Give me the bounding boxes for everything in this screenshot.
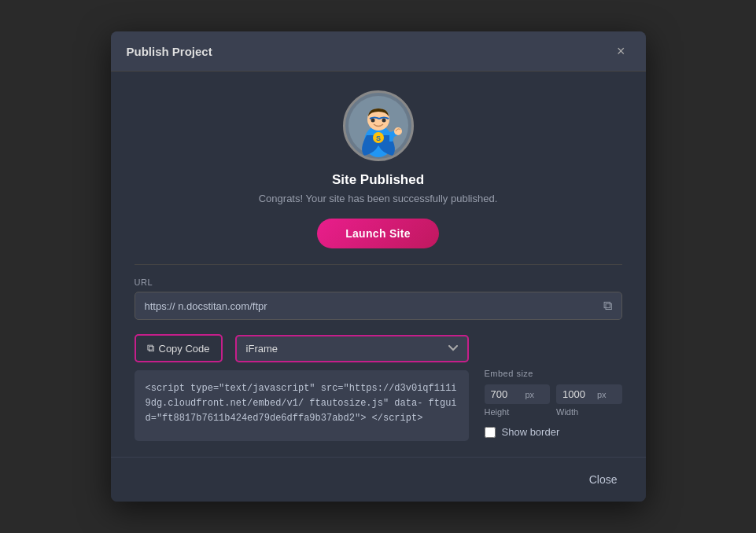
svg-text:S: S — [375, 134, 380, 142]
copy-code-label: Copy Code — [159, 343, 210, 355]
embed-section: ⧉ Copy Code iFrame Script Link <script t… — [135, 334, 622, 441]
code-box: <script type="text/javascript" src="http… — [135, 370, 469, 441]
close-footer-button[interactable]: Close — [580, 469, 627, 491]
embed-type-select[interactable]: iFrame Script Link — [235, 335, 469, 362]
site-published-subtitle: Congrats! Your site has been successfull… — [259, 193, 498, 204]
url-section: URL https:// n.docstitan.com/ftpr ⧉ — [135, 278, 622, 320]
embed-left: ⧉ Copy Code iFrame Script Link <script t… — [135, 334, 469, 441]
embed-size-label: Embed size — [485, 369, 622, 378]
url-value: https:// n.docstitan.com/ftpr — [145, 300, 597, 312]
modal-overlay: Publish Project × — [0, 0, 756, 533]
size-labels-row: Height Width — [485, 407, 622, 417]
modal-header: Publish Project × — [111, 31, 646, 72]
superhero-icon: S — [347, 94, 410, 157]
width-label: Width — [556, 407, 622, 417]
avatar: S — [343, 90, 414, 161]
size-inputs-row: px px — [485, 384, 622, 404]
svg-point-4 — [382, 119, 385, 123]
show-border-row: Show border — [485, 426, 622, 438]
width-input[interactable] — [562, 388, 594, 400]
height-input[interactable] — [491, 388, 522, 400]
embed-controls-row: ⧉ Copy Code iFrame Script Link — [135, 334, 469, 362]
svg-point-3 — [371, 119, 374, 123]
modal-title: Publish Project — [127, 45, 212, 58]
url-input-row: https:// n.docstitan.com/ftpr ⧉ — [135, 292, 622, 320]
copy-code-button[interactable]: ⧉ Copy Code — [135, 334, 223, 362]
height-unit: px — [526, 390, 535, 399]
modal-body: S Site Published Congrats! Your site has… — [111, 72, 646, 457]
embed-code: <script type="text/javascript" src="http… — [146, 383, 457, 424]
divider — [135, 264, 622, 265]
close-button[interactable]: × — [612, 42, 630, 60]
copy-code-icon: ⧉ — [147, 342, 154, 355]
width-unit: px — [597, 390, 607, 399]
copy-url-icon[interactable]: ⧉ — [603, 299, 612, 313]
publish-modal: Publish Project × — [111, 31, 646, 502]
height-input-group: px — [485, 384, 551, 404]
launch-site-button[interactable]: Launch Site — [317, 219, 439, 248]
embed-right: Embed size px px Height Width — [485, 334, 622, 438]
width-input-group: px — [556, 384, 622, 404]
show-border-label: Show border — [502, 426, 560, 438]
height-label: Height — [485, 407, 551, 417]
site-published-title: Site Published — [332, 172, 424, 188]
show-border-checkbox[interactable] — [485, 427, 496, 438]
modal-footer: Close — [111, 457, 646, 502]
url-label: URL — [135, 278, 622, 287]
hero-section: S Site Published Congrats! Your site has… — [135, 90, 622, 248]
